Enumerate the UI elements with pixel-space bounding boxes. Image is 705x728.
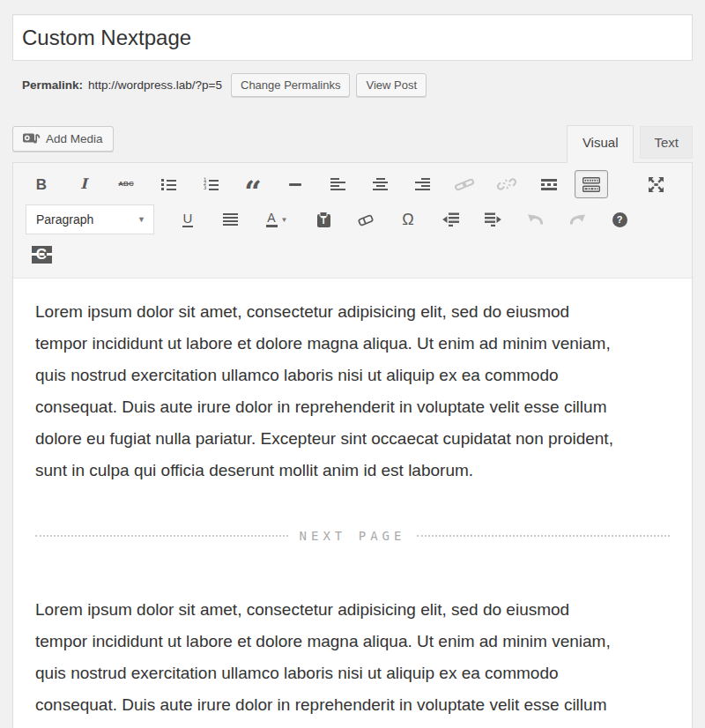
post-title-input[interactable] <box>12 14 693 61</box>
change-permalinks-button[interactable]: Change Permalinks <box>231 73 350 97</box>
permalink-label: Permalink: <box>22 78 83 92</box>
nextpage-icon: C <box>32 246 52 264</box>
eraser-icon <box>358 213 374 227</box>
chevron-down-icon: ▼ <box>137 215 145 224</box>
strikethrough-button[interactable]: ABC <box>109 170 143 198</box>
bulleted-list-icon <box>161 179 176 190</box>
justify-button[interactable] <box>213 205 247 234</box>
text-color-button[interactable]: A ▼ <box>256 205 298 234</box>
toolbar-row-3: C <box>19 237 686 271</box>
custom-nextpage-button[interactable]: C <box>25 241 58 269</box>
paragraph: Lorem ipsum dolor sit amet, consectetur … <box>35 594 621 728</box>
blockquote-icon: “ <box>244 189 262 194</box>
numbered-list-icon: 123 <box>203 179 219 190</box>
toolbar-toggle-button[interactable] <box>575 170 608 198</box>
redo-button[interactable] <box>560 205 594 234</box>
undo-button[interactable] <box>518 205 552 234</box>
italic-button[interactable]: I <box>67 170 100 198</box>
align-left-icon <box>330 178 345 190</box>
remove-link-button[interactable] <box>490 170 523 198</box>
chevron-down-icon: ▼ <box>281 216 288 224</box>
unlink-icon <box>497 178 516 190</box>
numbered-list-button[interactable]: 123 <box>194 170 227 198</box>
bold-icon: B <box>36 177 47 192</box>
editor: B I ABC 123 “ <box>12 162 693 728</box>
special-character-button[interactable]: Ω <box>391 205 425 234</box>
underline-icon: U <box>182 212 194 227</box>
align-right-icon <box>415 178 430 190</box>
increase-indent-button[interactable] <box>476 205 509 234</box>
fullscreen-expand-icon <box>648 176 664 193</box>
italic-icon: I <box>80 177 86 191</box>
editor-mode-tabs: Visual Text <box>560 125 693 162</box>
camera-music-note-icon <box>23 132 41 145</box>
toolbar-row-2: Paragraph ▼ U A ▼ <box>19 201 686 237</box>
help-icon: ? <box>612 212 627 227</box>
align-left-button[interactable] <box>321 170 354 198</box>
strikethrough-icon: ABC <box>118 181 133 188</box>
align-right-button[interactable] <box>405 170 439 198</box>
permalink-url: http://wordpress.lab/?p=5 <box>88 78 222 92</box>
add-media-button[interactable]: Add Media <box>12 126 114 152</box>
toolbar-toggle-icon <box>583 177 600 192</box>
nextpage-rule-right <box>417 535 670 537</box>
paragraph-format-value: Paragraph <box>36 212 93 227</box>
underline-button[interactable]: U <box>171 205 204 234</box>
justify-icon <box>223 213 238 226</box>
editor-top-bar: Add Media Visual Text <box>12 125 693 162</box>
tab-text[interactable]: Text <box>640 126 693 159</box>
view-post-button[interactable]: View Post <box>356 73 427 97</box>
add-media-label: Add Media <box>46 132 103 145</box>
redo-icon <box>569 213 586 226</box>
indent-icon <box>485 212 501 227</box>
nextpage-rule-left <box>35 535 288 537</box>
insert-link-button[interactable] <box>448 170 481 198</box>
horizontal-rule-icon <box>289 183 301 186</box>
clear-formatting-button[interactable] <box>349 205 382 234</box>
tab-visual[interactable]: Visual <box>567 125 634 163</box>
bulleted-list-button[interactable] <box>152 170 185 198</box>
link-icon <box>455 179 474 190</box>
blockquote-button[interactable]: “ <box>236 170 270 198</box>
toolbar-row-1: B I ABC 123 “ <box>19 167 686 201</box>
omega-icon: Ω <box>402 212 413 227</box>
editor-toolbar: B I ABC 123 “ <box>13 163 692 279</box>
paste-as-text-button[interactable]: T <box>307 205 340 234</box>
insert-read-more-tag-button[interactable] <box>532 170 566 198</box>
horizontal-rule-button[interactable] <box>278 170 312 198</box>
distraction-free-writing-button[interactable] <box>639 170 672 198</box>
text-color-icon: A <box>266 212 278 227</box>
wordpress-post-editor: Permalink: http://wordpress.lab/?p=5 Cha… <box>0 0 705 728</box>
help-button[interactable]: ? <box>603 205 636 234</box>
paste-as-text-icon: T <box>317 214 330 227</box>
nextpage-label: NEXT PAGE <box>288 529 418 543</box>
paragraph-format-select[interactable]: Paragraph ▼ <box>26 204 154 234</box>
editor-content-area[interactable]: Lorem ipsum dolor sit amet, consectetur … <box>13 279 692 728</box>
outdent-icon <box>442 212 459 227</box>
undo-icon <box>527 213 544 226</box>
nextpage-divider: NEXT PAGE <box>35 529 670 543</box>
permalink-row: Permalink: http://wordpress.lab/?p=5 Cha… <box>22 73 693 97</box>
align-center-icon <box>373 178 388 190</box>
read-more-tag-icon <box>541 179 557 190</box>
paragraph: Lorem ipsum dolor sit amet, consectetur … <box>35 296 621 487</box>
decrease-indent-button[interactable] <box>434 205 467 234</box>
align-center-button[interactable] <box>363 170 397 198</box>
bold-button[interactable]: B <box>25 170 58 198</box>
